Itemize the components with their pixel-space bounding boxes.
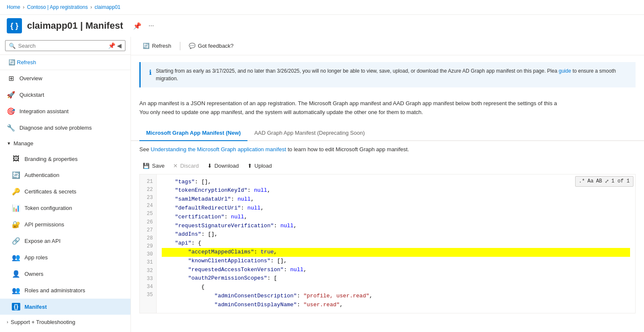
diagnose-icon: 🔧 bbox=[7, 124, 15, 132]
banner-guide-link[interactable]: guide bbox=[559, 68, 571, 74]
download-label: Download bbox=[215, 163, 239, 169]
sidebar-item-owners[interactable]: 👤 Owners bbox=[0, 266, 130, 282]
code-editor: 212223242526272829303132333435 "tags": [… bbox=[139, 174, 636, 313]
manifest-info-link[interactable]: Understanding the Microsoft Graph applic… bbox=[151, 146, 286, 152]
manifest-info-prefix: See bbox=[139, 146, 151, 152]
manifest-info: See Understanding the Microsoft Graph ap… bbox=[131, 141, 644, 158]
support-section-label: Support + Troubleshooting bbox=[11, 319, 75, 325]
chevron-down-icon: ▼ bbox=[7, 141, 11, 146]
discard-icon: ✕ bbox=[173, 163, 178, 169]
sidebar-item-label: Overview bbox=[19, 75, 42, 82]
overview-icon: ⊞ bbox=[7, 74, 15, 82]
save-label: Save bbox=[152, 163, 165, 169]
support-section-header[interactable]: › Support + Troubleshooting bbox=[0, 315, 130, 329]
sidebar-item-label: API permissions bbox=[24, 221, 64, 228]
sidebar-item-certificates[interactable]: 🔑 Certificates & secrets bbox=[0, 183, 130, 200]
upload-button[interactable]: ⬆ Upload bbox=[244, 161, 275, 171]
code-lines[interactable]: "tags": [], "tokenEncryptionKeyId": null… bbox=[157, 174, 635, 313]
sidebar-item-expose-api[interactable]: 🔗 Expose an API bbox=[0, 233, 130, 249]
expose-api-icon: 🔗 bbox=[12, 237, 20, 245]
sidebar-nav: ⊞ Overview 🚀 Quickstart 🎯 Integration as… bbox=[0, 70, 130, 332]
tab-aad-graph[interactable]: AAD Graph App Manifest (Deprecating Soon… bbox=[247, 125, 372, 141]
find-expand-icon: ⤢ bbox=[605, 178, 609, 185]
refresh-icon: 🔄 bbox=[8, 59, 15, 65]
line-numbers: 212223242526272829303132333435 bbox=[140, 174, 157, 313]
sidebar-item-diagnose[interactable]: 🔧 Diagnose and solve problems bbox=[0, 120, 130, 136]
discard-button[interactable]: ✕ Discard bbox=[170, 161, 202, 171]
sidebar-item-label: Integration assistant bbox=[19, 108, 68, 114]
upload-icon: ⬆ bbox=[247, 163, 252, 169]
info-banner: ℹ Starting from as early as 3/17/2025, a… bbox=[139, 62, 636, 87]
sidebar-item-label: Branding & properties bbox=[24, 156, 78, 162]
save-button[interactable]: 💾 Save bbox=[139, 161, 168, 171]
sidebar-item-quickstart[interactable]: 🚀 Quickstart bbox=[0, 87, 130, 103]
main-content: 🔄 Refresh 💬 Got feedback? ℹ Starting fro… bbox=[131, 37, 644, 332]
owners-icon: 👤 bbox=[12, 270, 20, 278]
sidebar-item-integration[interactable]: 🎯 Integration assistant bbox=[0, 103, 130, 120]
sidebar-item-branding[interactable]: 🖼 Branding & properties bbox=[0, 151, 130, 167]
feedback-button[interactable]: 💬 Got feedback? bbox=[185, 41, 237, 51]
refresh-toolbar-icon: 🔄 bbox=[143, 43, 149, 49]
sidebar-item-app-roles[interactable]: 👥 App roles bbox=[0, 249, 130, 266]
pin-button[interactable]: 📌 bbox=[131, 20, 143, 32]
branding-icon: 🖼 bbox=[12, 155, 20, 163]
editor-toolbar: 💾 Save ✕ Discard ⬇ Download ⬆ Upload bbox=[131, 158, 644, 174]
toolbar-separator bbox=[180, 42, 180, 50]
breadcrumb-app[interactable]: claimapp01 bbox=[95, 4, 120, 10]
info-icon: ℹ bbox=[149, 68, 152, 82]
sidebar-item-overview[interactable]: ⊞ Overview bbox=[0, 70, 130, 87]
find-regex-icon: .* bbox=[579, 178, 585, 184]
api-permissions-icon: 🔐 bbox=[12, 220, 20, 229]
breadcrumb: Home › Contoso | App registrations › cla… bbox=[0, 0, 644, 15]
find-word-icon: AB bbox=[596, 178, 602, 184]
tab-aad-graph-label: AAD Graph App Manifest (Deprecating Soon… bbox=[254, 130, 365, 136]
download-icon: ⬇ bbox=[207, 163, 212, 169]
description: An app manifest is a JSON representation… bbox=[131, 94, 644, 122]
manifest-icon: {} bbox=[12, 303, 20, 310]
sidebar-item-label: Owners bbox=[24, 271, 43, 277]
sidebar-collapse-icon[interactable]: ◀ bbox=[117, 42, 122, 49]
content-toolbar: 🔄 Refresh 💬 Got feedback? bbox=[131, 37, 644, 55]
sidebar-item-manifest[interactable]: {} Manifest bbox=[0, 299, 130, 315]
sidebar-item-label: Quickstart bbox=[19, 92, 44, 98]
sidebar-item-api-permissions[interactable]: 🔐 API permissions bbox=[0, 216, 130, 233]
sidebar-item-label: App roles bbox=[24, 254, 48, 261]
refresh-button[interactable]: 🔄 Refresh bbox=[139, 41, 175, 51]
more-button[interactable]: ··· bbox=[147, 20, 155, 31]
search-icon: 🔍 bbox=[9, 43, 16, 49]
authentication-icon: 🔄 bbox=[12, 171, 20, 179]
sidebar-item-label: Expose an API bbox=[24, 238, 60, 244]
description-line1: An app manifest is a JSON representation… bbox=[139, 99, 636, 108]
find-result: 1 of 1 bbox=[611, 178, 630, 184]
certificates-icon: 🔑 bbox=[12, 188, 20, 196]
download-button[interactable]: ⬇ Download bbox=[204, 161, 242, 171]
manage-section-header[interactable]: ▼ Manage bbox=[0, 136, 130, 151]
app-header: { } claimapp01 | Manifest 📌 ··· bbox=[0, 15, 644, 37]
sidebar-item-authentication[interactable]: 🔄 Authentication bbox=[0, 167, 130, 183]
sidebar-item-label: Token configuration bbox=[24, 205, 72, 211]
sidebar-item-label: Authentication bbox=[24, 172, 59, 178]
upload-label: Upload bbox=[255, 163, 272, 169]
sidebar-item-token[interactable]: 📊 Token configuration bbox=[0, 200, 130, 216]
token-icon: 📊 bbox=[12, 204, 20, 212]
tab-ms-graph-label: Microsoft Graph App Manifest (New) bbox=[146, 130, 241, 136]
manage-section-label: Manage bbox=[14, 140, 33, 147]
sidebar-toolbar: 🔄 Refresh bbox=[0, 55, 130, 70]
tab-ms-graph[interactable]: Microsoft Graph App Manifest (New) bbox=[139, 125, 247, 141]
sidebar-item-label: Diagnose and solve problems bbox=[19, 125, 92, 131]
refresh-label: Refresh bbox=[152, 43, 171, 49]
app-icon: { } bbox=[7, 18, 22, 33]
sidebar-item-roles-admins[interactable]: 👥 Roles and administrators bbox=[0, 282, 130, 299]
find-case-icon: Aa bbox=[587, 178, 593, 184]
sidebar: 🔍 📌 ◀ 🔄 Refresh ⊞ Overview 🚀 Quicksta bbox=[0, 37, 131, 332]
app-roles-icon: 👥 bbox=[12, 253, 20, 261]
discard-label: Discard bbox=[180, 163, 199, 169]
search-container: 🔍 📌 ◀ bbox=[0, 37, 130, 55]
breadcrumb-home[interactable]: Home bbox=[7, 4, 20, 10]
manifest-info-suffix: to learn how to edit Microsoft Graph app… bbox=[288, 146, 409, 152]
roles-admins-icon: 👥 bbox=[12, 286, 20, 294]
search-input[interactable] bbox=[18, 43, 106, 49]
sidebar-refresh-button[interactable]: 🔄 Refresh bbox=[5, 57, 40, 67]
sidebar-pin-icon[interactable]: 📌 bbox=[108, 42, 115, 49]
breadcrumb-tenant[interactable]: Contoso | App registrations bbox=[27, 4, 88, 10]
